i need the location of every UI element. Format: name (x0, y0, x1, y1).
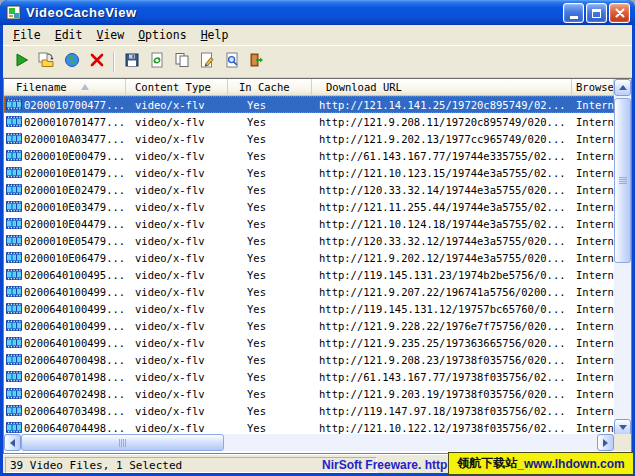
copy-files-button[interactable] (34, 50, 59, 74)
vertical-scroll-thumb[interactable] (614, 98, 631, 263)
minimize-icon (570, 16, 578, 19)
film-icon (6, 167, 22, 178)
properties-button[interactable] (194, 50, 219, 74)
table-row[interactable]: 0200010E01479...video/x-flvYeshttp://121… (4, 164, 614, 181)
table-row[interactable]: 0200010700477...video/x-flvYeshttp://121… (4, 96, 614, 113)
content-type-cell: video/x-flv (126, 317, 228, 334)
in-cache-cell: Yes (228, 164, 312, 181)
download-url-cell: http://120.33.32.12/19744e3a5755/020... (312, 232, 572, 249)
table-row[interactable]: 0200010E05479...video/x-flvYeshttp://120… (4, 232, 614, 249)
list-header: FilenameContent TypeIn CacheDownload URL… (4, 79, 614, 96)
table-row[interactable]: 0200640100499...video/x-flvYeshttp://121… (4, 334, 614, 351)
maximize-button[interactable] (586, 3, 607, 23)
arrow-up-icon (619, 85, 627, 90)
table-row[interactable]: 0200640100499...video/x-flvYeshttp://119… (4, 300, 614, 317)
play-video-button[interactable] (9, 50, 34, 74)
in-cache-cell: Yes (228, 351, 312, 368)
title-bar[interactable]: VideoCacheView (0, 0, 635, 25)
menu-edit[interactable]: Edit (48, 26, 90, 44)
filename-cell: 0200640702498... (4, 385, 126, 402)
browser-cell: Intern (572, 385, 614, 402)
browser-cell: Intern (572, 351, 614, 368)
filename-cell: 0200640100499... (4, 283, 126, 300)
filename-cell: 0200010700477... (4, 96, 126, 113)
exit-button[interactable] (244, 50, 269, 74)
find-button[interactable] (219, 50, 244, 74)
film-icon (6, 303, 22, 314)
copy-button[interactable] (169, 50, 194, 74)
open-in-browser-button[interactable] (59, 50, 84, 74)
browser-cell: Intern (572, 266, 614, 283)
save-button[interactable] (119, 50, 144, 74)
content-type-cell: video/x-flv (126, 351, 228, 368)
horizontal-scroll-thumb[interactable] (21, 434, 224, 451)
column-label: Browse (576, 81, 614, 93)
menu-help[interactable]: Help (194, 26, 236, 44)
film-icon (6, 150, 22, 161)
filename-cell: 0200010701477... (4, 113, 126, 130)
table-row[interactable]: 0200640700498...video/x-flvYeshttp://121… (4, 351, 614, 368)
table-row[interactable]: 0200640702498...video/x-flvYeshttp://121… (4, 385, 614, 402)
filename-cell: 0200640100495... (4, 266, 126, 283)
in-cache-cell: Yes (228, 334, 312, 351)
scroll-left-button[interactable] (4, 434, 21, 451)
horizontal-scrollbar[interactable] (4, 434, 614, 451)
copy-files-icon (38, 52, 55, 71)
table-row[interactable]: 0200010E00479...video/x-flvYeshttp://61.… (4, 147, 614, 164)
delete-x-icon (89, 52, 105, 71)
table-row[interactable]: 0200010E03479...video/x-flvYeshttp://121… (4, 198, 614, 215)
in-cache-cell: Yes (228, 385, 312, 402)
browser-cell: Intern (572, 147, 614, 164)
column-header-filename[interactable]: Filename (4, 79, 126, 96)
sort-ascending-icon (81, 84, 89, 90)
exit-icon (249, 52, 265, 71)
in-cache-cell: Yes (228, 283, 312, 300)
download-url-cell: http://119.145.131.12/19757bc65760/0... (312, 300, 572, 317)
globe-icon (64, 52, 80, 71)
filename-cell: 0200010E04479... (4, 215, 126, 232)
column-label: In Cache (239, 81, 290, 93)
column-header-content-type[interactable]: Content Type (126, 79, 228, 96)
app-icon[interactable] (6, 5, 22, 21)
in-cache-cell: Yes (228, 96, 312, 113)
table-row[interactable]: 0200640100495...video/x-flvYeshttp://119… (4, 266, 614, 283)
table-row[interactable]: 0200010E02479...video/x-flvYeshttp://120… (4, 181, 614, 198)
minimize-button[interactable] (563, 3, 584, 23)
video-list: FilenameContent TypeIn CacheDownload URL… (3, 78, 632, 454)
refresh-button[interactable] (144, 50, 169, 74)
table-row[interactable]: 0200010701477...video/x-flvYeshttp://121… (4, 113, 614, 130)
column-header-download-url[interactable]: Download URL (312, 79, 572, 96)
browser-cell: Intern (572, 164, 614, 181)
freeware-note: NirSoft Freeware. http://w (322, 458, 467, 472)
browser-cell: Intern (572, 215, 614, 232)
download-url-cell: http://121.10.124.18/19744e3a5755/02... (312, 215, 572, 232)
content-type-cell: video/x-flv (126, 130, 228, 147)
menu-options[interactable]: Options (131, 26, 193, 44)
column-label: Filename (16, 81, 67, 93)
film-icon (6, 388, 22, 399)
content-type-cell: video/x-flv (126, 215, 228, 232)
content-type-cell: video/x-flv (126, 334, 228, 351)
column-header-in-cache[interactable]: In Cache (228, 79, 312, 96)
film-icon (6, 184, 22, 195)
table-row[interactable]: 0200640100499...video/x-flvYeshttp://121… (4, 317, 614, 334)
scroll-up-button[interactable] (614, 79, 631, 96)
table-row[interactable]: 0200640701498...video/x-flvYeshttp://61.… (4, 368, 614, 385)
table-row[interactable]: 0200010E04479...video/x-flvYeshttp://121… (4, 215, 614, 232)
content-type-cell: video/x-flv (126, 198, 228, 215)
vertical-scrollbar[interactable] (614, 79, 631, 436)
scroll-right-button[interactable] (597, 434, 614, 451)
film-icon (6, 218, 22, 229)
in-cache-cell: Yes (228, 368, 312, 385)
menu-view[interactable]: View (89, 26, 131, 44)
table-row[interactable]: 0200010E06479...video/x-flvYeshttp://121… (4, 249, 614, 266)
delete-button[interactable] (84, 50, 109, 74)
column-header-browse[interactable]: Browse (572, 79, 614, 96)
properties-icon (199, 52, 215, 71)
table-row[interactable]: 0200640703498...video/x-flvYeshttp://119… (4, 402, 614, 419)
menu-file[interactable]: File (6, 26, 48, 44)
table-row[interactable]: 0200640100499...video/x-flvYeshttp://121… (4, 283, 614, 300)
scrollbar-corner (614, 434, 631, 451)
close-button[interactable] (609, 3, 630, 23)
table-row[interactable]: 0200010A03477...video/x-flvYeshttp://121… (4, 130, 614, 147)
